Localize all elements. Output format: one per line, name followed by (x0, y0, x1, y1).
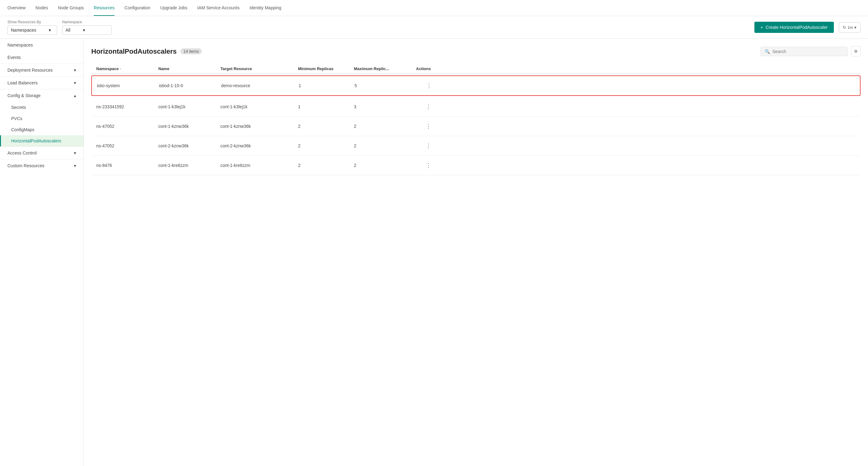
sidebar-item-pvcs[interactable]: PVCs (0, 113, 84, 124)
sidebar-configmaps-label: ConfigMaps (11, 127, 34, 132)
row-actions-button[interactable]: ⋮ (416, 122, 441, 131)
namespace-value: All (65, 28, 70, 33)
row-max-replicas: 2 (354, 143, 416, 148)
tab-resources[interactable]: Resources (94, 0, 115, 16)
search-box[interactable]: 🔍 (761, 47, 847, 56)
row-target: cont-2-kznw36k (220, 143, 298, 148)
row-name: istiod-1-15-0 (159, 83, 221, 88)
col-actions: Actions (416, 66, 441, 71)
refresh-icon: ↻ (843, 25, 846, 30)
row-max-replicas: 5 (354, 83, 416, 88)
chevron-down-icon-5: ▾ (74, 80, 76, 85)
col-name[interactable]: Name (158, 66, 220, 71)
show-resources-label: Show Resources By (7, 20, 57, 24)
row-target: demo-resource (221, 83, 299, 88)
tab-configuration[interactable]: Configuration (124, 0, 150, 16)
sidebar: Namespaces Events Deployment Resources ▾… (0, 39, 84, 466)
sort-asc-icon: ↑ (120, 67, 121, 70)
table-row: ns-47052 cont-1-kznw36k cont-1-kznw36k 2… (91, 116, 861, 136)
row-actions-button[interactable]: ⋮ (416, 161, 441, 170)
sidebar-item-namespaces[interactable]: Namespaces (0, 39, 84, 51)
sidebar-events-label: Events (7, 55, 21, 60)
sidebar-namespaces-label: Namespaces (7, 42, 33, 47)
col-target-label: Target Resource (220, 66, 252, 71)
table-row: ns-47052 cont-2-kznw36k cont-2-kznw36k 2… (91, 136, 861, 156)
row-name: cont-1-kre6zzm (158, 163, 220, 168)
col-target[interactable]: Target Resource (220, 66, 298, 71)
sidebar-custom-resources-label: Custom Resources (7, 163, 44, 168)
content-area: HorizontalPodAutoscalers 14 items 🔍 ⚙ Na… (84, 39, 868, 466)
header-right: 🔍 ⚙ (761, 46, 861, 57)
chevron-down-icon-3: ▾ (854, 25, 857, 30)
col-max-replicas[interactable]: Maximum Replic... (354, 66, 416, 71)
col-namespace[interactable]: Namespace ↑ (96, 66, 158, 71)
col-min-replicas[interactable]: Minimum Replicas (298, 66, 354, 71)
row-min-replicas: 2 (298, 143, 354, 148)
col-min-replicas-label: Minimum Replicas (298, 66, 333, 71)
sidebar-section-load-balancers[interactable]: Load Balancers ▾ (0, 77, 84, 89)
row-name: cont-1-kznw36k (158, 124, 220, 129)
tab-upgrade-jobs[interactable]: Upgrade Jobs (160, 0, 187, 16)
row-actions-button[interactable]: ⋮ (416, 81, 441, 90)
col-actions-label: Actions (416, 66, 431, 71)
sidebar-item-configmaps[interactable]: ConfigMaps (0, 124, 84, 135)
row-max-replicas: 3 (354, 104, 416, 109)
sidebar-item-secrets[interactable]: Secrets (0, 102, 84, 113)
tab-iam-service-accounts[interactable]: IAM Service Accounts (197, 0, 239, 16)
sidebar-section-config-storage[interactable]: Config & Storage ▴ (0, 89, 84, 102)
chevron-down-icon-4: ▾ (74, 68, 76, 73)
tab-nodes[interactable]: Nodes (35, 0, 48, 16)
show-resources-select[interactable]: Namespaces ▾ (7, 26, 57, 35)
show-resources-value: Namespaces (11, 28, 36, 33)
row-namespace: istio-system (97, 83, 159, 88)
chevron-up-icon: ▴ (74, 93, 76, 98)
row-min-replicas: 1 (298, 104, 354, 109)
row-max-replicas: 2 (354, 124, 416, 129)
row-namespace: ns-47052 (96, 124, 158, 129)
hpa-table: Namespace ↑ Name Target Resource Minimum… (91, 64, 861, 175)
sidebar-secrets-label: Secrets (11, 105, 26, 110)
sidebar-section-custom-resources[interactable]: Custom Resources ▾ (0, 160, 84, 172)
sidebar-hpa-label: HorizontalPodAutoscalers (11, 138, 61, 143)
create-hpa-button[interactable]: + Create HorizontalPodAutoscaler (754, 22, 834, 33)
sidebar-section-access-control[interactable]: Access Control ▾ (0, 147, 84, 159)
row-actions-button[interactable]: ⋮ (416, 141, 441, 151)
sidebar-section-deployment-resources[interactable]: Deployment Resources ▾ (0, 64, 84, 76)
sidebar-pvcs-label: PVCs (11, 116, 22, 121)
sidebar-load-balancers-label: Load Balancers (7, 80, 37, 85)
toolbar: Show Resources By Namespaces ▾ Namespace… (0, 16, 868, 39)
settings-button[interactable]: ⚙ (851, 46, 861, 57)
row-min-replicas: 1 (299, 83, 354, 88)
table-row: ns-233341592 cont-1-k3lej1k cont-1-k3lej… (91, 97, 861, 116)
col-max-replicas-label: Maximum Replic... (354, 66, 389, 71)
row-actions-button[interactable]: ⋮ (416, 102, 441, 111)
tab-identity-mapping[interactable]: Identity Mapping (250, 0, 282, 16)
table-row: ns-8476 cont-1-kre6zzm cont-1-kre6zzm 2 … (91, 156, 861, 175)
sidebar-item-events[interactable]: Events (0, 51, 84, 64)
gear-icon: ⚙ (854, 49, 858, 54)
chevron-down-icon-7: ▾ (74, 163, 76, 168)
refresh-button[interactable]: ↻ 1m ▾ (839, 22, 861, 33)
chevron-down-icon-2: ▾ (83, 28, 85, 33)
sidebar-deployment-resources-label: Deployment Resources (7, 68, 53, 73)
show-resources-by-wrapper: Show Resources By Namespaces ▾ (7, 20, 57, 35)
row-target: cont-1-kznw36k (220, 124, 298, 129)
main-layout: Namespaces Events Deployment Resources ▾… (0, 39, 868, 466)
tab-node-groups[interactable]: Node Groups (58, 0, 84, 16)
chevron-down-icon-6: ▾ (74, 151, 76, 156)
refresh-interval: 1m (847, 25, 853, 30)
content-header: HorizontalPodAutoscalers 14 items 🔍 ⚙ (91, 46, 861, 57)
row-namespace: ns-8476 (96, 163, 158, 168)
table-header: Namespace ↑ Name Target Resource Minimum… (91, 64, 861, 74)
namespace-select[interactable]: All ▾ (62, 26, 112, 35)
sidebar-item-hpa[interactable]: HorizontalPodAutoscalers (0, 135, 84, 146)
namespace-label: Namespace (62, 20, 112, 24)
row-target: cont-1-k3lej1k (220, 104, 298, 109)
tab-overview[interactable]: Overview (7, 0, 26, 16)
sidebar-config-storage-label: Config & Storage (7, 93, 41, 98)
col-namespace-label: Namespace (96, 66, 119, 71)
row-name: cont-1-k3lej1k (158, 104, 220, 109)
row-namespace: ns-47052 (96, 143, 158, 148)
search-input[interactable] (772, 49, 843, 54)
row-name: cont-2-kznw36k (158, 143, 220, 148)
